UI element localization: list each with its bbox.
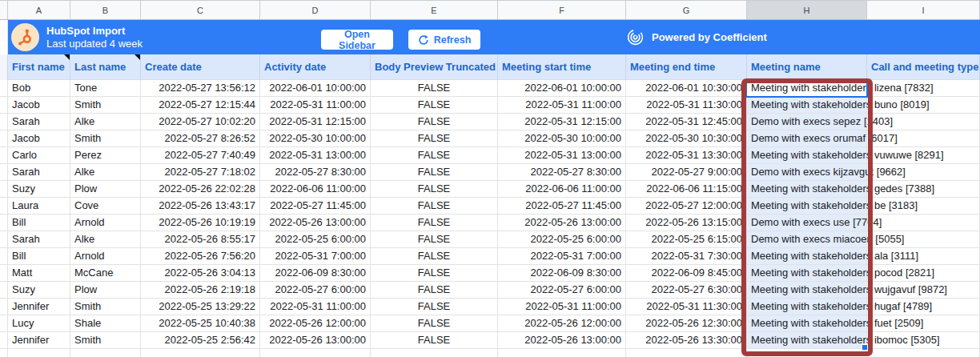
cell-B9[interactable]: Arnold <box>70 215 141 231</box>
cell-G7[interactable]: 2022-06-06 11:15:00 <box>626 181 747 197</box>
cell-A16[interactable]: Jennifer <box>8 332 70 348</box>
cell-A13[interactable]: Suzy <box>8 282 70 298</box>
cell-F4[interactable]: 2022-05-30 10:00:00 <box>498 130 626 146</box>
cell-F10[interactable]: 2022-05-25 6:00:00 <box>498 231 626 247</box>
sheet-corner[interactable] <box>0 1 8 19</box>
cell-C17[interactable] <box>141 349 260 357</box>
cell-C2[interactable]: 2022-05-27 12:15:44 <box>141 97 260 113</box>
cell-C10[interactable]: 2022-05-26 8:55:17 <box>141 231 260 247</box>
cell-E6[interactable]: FALSE <box>371 164 498 180</box>
header-meeting-name[interactable]: Meeting name <box>747 54 867 80</box>
cell-F7[interactable]: 2022-06-06 11:00:00 <box>498 181 626 197</box>
cell-G9[interactable]: 2022-05-26 13:15:00 <box>626 215 747 231</box>
cell-A8[interactable]: Laura <box>8 198 70 214</box>
cell-A7[interactable]: Suzy <box>8 181 70 197</box>
cell-C7[interactable]: 2022-05-26 22:02:28 <box>141 181 260 197</box>
cell-A17[interactable] <box>8 349 70 357</box>
cell-E1[interactable]: FALSE <box>371 80 498 96</box>
column-letter-I[interactable]: I <box>867 1 980 19</box>
cell-H4[interactable]: Demo with execs orumaf [6017] <box>747 130 867 146</box>
cell-D15[interactable]: 2022-05-26 12:00:00 <box>260 315 371 331</box>
cell-F3[interactable]: 2022-05-31 12:15:00 <box>498 114 626 130</box>
cell-H2[interactable]: Meeting with stakeholders buno [8019] <box>747 97 867 113</box>
header-body-preview-truncated[interactable]: Body Preview Truncated <box>371 54 498 80</box>
cell-G8[interactable]: 2022-05-27 12:00:00 <box>626 198 747 214</box>
cell-A5[interactable]: Carlo <box>8 147 70 163</box>
cell-F8[interactable]: 2022-05-27 11:45:00 <box>498 198 626 214</box>
cell-H5[interactable]: Meeting with stakeholders vuwuwe [8291] <box>747 147 867 163</box>
cell-C4[interactable]: 2022-05-27 8:26:52 <box>141 130 260 146</box>
cell-A6[interactable]: Sarah <box>8 164 70 180</box>
cell-E8[interactable]: FALSE <box>371 198 498 214</box>
cell-G3[interactable]: 2022-05-31 12:45:00 <box>626 114 747 130</box>
column-letter-A[interactable]: A <box>8 1 70 19</box>
cell-B12[interactable]: McCane <box>70 265 141 281</box>
column-letter-G[interactable]: G <box>626 1 747 19</box>
cell-A1[interactable]: Bob <box>8 80 70 96</box>
cell-C8[interactable]: 2022-05-26 13:43:17 <box>141 198 260 214</box>
cell-D5[interactable]: 2022-05-31 13:00:00 <box>260 147 371 163</box>
cell-A9[interactable]: Bill <box>8 215 70 231</box>
cell-D17[interactable] <box>260 349 371 357</box>
header-call-and-meeting-type[interactable]: Call and meeting type <box>867 54 980 80</box>
cell-D11[interactable]: 2022-05-31 7:00:00 <box>260 248 371 264</box>
cell-G6[interactable]: 2022-05-27 9:00:00 <box>626 164 747 180</box>
cell-H6[interactable]: Demo with execs kijzavgut [9662] <box>747 164 867 180</box>
cell-I17[interactable] <box>867 349 980 357</box>
cell-D2[interactable]: 2022-05-31 11:00:00 <box>260 97 371 113</box>
cell-B1[interactable]: Tone <box>70 80 141 96</box>
cell-F1[interactable]: 2022-06-01 10:00:00 <box>498 80 626 96</box>
cell-B7[interactable]: Plow <box>70 181 141 197</box>
cell-H15[interactable]: Meeting with stakeholders fuet [2509] <box>747 315 867 331</box>
cell-G15[interactable]: 2022-05-26 12:30:00 <box>626 315 747 331</box>
cell-H3[interactable]: Demo with execs sepez [1403] <box>747 114 867 130</box>
cell-G13[interactable]: 2022-05-27 6:30:00 <box>626 282 747 298</box>
cell-D1[interactable]: 2022-06-01 10:00:00 <box>260 80 371 96</box>
cell-D13[interactable]: 2022-05-27 6:00:00 <box>260 282 371 298</box>
cell-C1[interactable]: 2022-05-27 13:56:12 <box>141 80 260 96</box>
cell-H8[interactable]: Meeting with stakeholders be [3183] <box>747 198 867 214</box>
selection-fill-handle[interactable] <box>862 344 868 351</box>
cell-D7[interactable]: 2022-06-06 11:00:00 <box>260 181 371 197</box>
cell-H11[interactable]: Meeting with stakeholders ala [3111] <box>747 248 867 264</box>
cell-E16[interactable]: FALSE <box>371 332 498 348</box>
cell-E2[interactable]: FALSE <box>371 97 498 113</box>
cell-B14[interactable]: Smith <box>70 299 141 315</box>
cell-G11[interactable]: 2022-05-31 7:30:00 <box>626 248 747 264</box>
cell-E3[interactable]: FALSE <box>371 114 498 130</box>
header-create-date[interactable]: Create date <box>141 54 260 80</box>
cell-B10[interactable]: Alke <box>70 231 141 247</box>
cell-E10[interactable]: FALSE <box>371 231 498 247</box>
cell-D6[interactable]: 2022-05-27 8:30:00 <box>260 164 371 180</box>
cell-C13[interactable]: 2022-05-26 2:19:18 <box>141 282 260 298</box>
column-letter-F[interactable]: F <box>498 1 626 19</box>
column-letter-E[interactable]: E <box>371 1 498 19</box>
cell-E4[interactable]: FALSE <box>371 130 498 146</box>
cell-H14[interactable]: Meeting with stakeholders hugaf [4789] <box>747 299 867 315</box>
cell-G12[interactable]: 2022-06-09 8:45:00 <box>626 265 747 281</box>
cell-E9[interactable]: FALSE <box>371 215 498 231</box>
cell-B2[interactable]: Smith <box>70 97 141 113</box>
cell-D16[interactable]: 2022-05-26 13:00:00 <box>260 332 371 348</box>
cell-B15[interactable]: Shale <box>70 315 141 331</box>
cell-F17[interactable] <box>498 349 626 357</box>
column-letter-B[interactable]: B <box>70 1 141 19</box>
cell-C5[interactable]: 2022-05-27 7:40:49 <box>141 147 260 163</box>
cell-F2[interactable]: 2022-05-31 11:00:00 <box>498 97 626 113</box>
cell-F15[interactable]: 2022-05-26 12:00:00 <box>498 315 626 331</box>
cell-C16[interactable]: 2022-05-25 2:56:42 <box>141 332 260 348</box>
cell-G17[interactable] <box>626 349 747 357</box>
cell-E11[interactable]: FALSE <box>371 248 498 264</box>
cell-A10[interactable]: Sarah <box>8 231 70 247</box>
cell-F9[interactable]: 2022-05-26 13:00:00 <box>498 215 626 231</box>
cell-G4[interactable]: 2022-05-30 10:30:00 <box>626 130 747 146</box>
cell-C3[interactable]: 2022-05-27 10:02:20 <box>141 114 260 130</box>
header-last-name[interactable]: Last name <box>70 54 141 80</box>
cell-H9[interactable]: Demo with execs use [7704] <box>747 215 867 231</box>
cell-I9[interactable] <box>867 215 980 231</box>
cell-B13[interactable]: Plow <box>70 282 141 298</box>
column-letter-D[interactable]: D <box>260 1 371 19</box>
cell-H13[interactable]: Meeting with stakeholders wujgavuf [9872… <box>747 282 867 298</box>
cell-G1[interactable]: 2022-06-01 10:30:00 <box>626 80 747 96</box>
cell-A4[interactable]: Jacob <box>8 130 70 146</box>
